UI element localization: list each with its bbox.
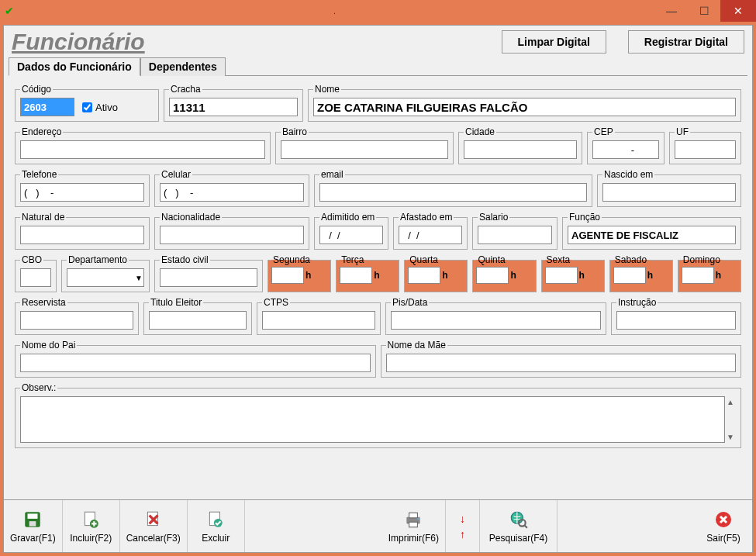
down-arrow-button[interactable]: ↓ — [455, 513, 471, 525]
natural-input[interactable] — [20, 226, 144, 244]
telefone-input[interactable] — [20, 183, 144, 202]
nome-input[interactable] — [313, 98, 736, 116]
print-icon — [402, 509, 424, 530]
toolbar: Gravar(F1) Incluir(F2) Cancelar(F3) Excl… — [4, 499, 752, 552]
exit-icon — [713, 509, 734, 530]
reservista-label: Reservista — [20, 297, 67, 308]
sexta-label: Sexta — [545, 254, 572, 265]
titlebar: ✔ . — ☐ ✕ — [0, 0, 756, 22]
gravar-button[interactable]: Gravar(F1) — [4, 500, 63, 552]
cep-label: CEP — [592, 126, 615, 137]
window-controls: — ☐ ✕ — [655, 0, 756, 22]
nacionalidade-input[interactable] — [160, 226, 304, 244]
sabado-input[interactable] — [613, 267, 646, 284]
form-area: Código Ativo Cracha Nome Endereço — [4, 76, 752, 499]
cancelar-button[interactable]: Cancelar(F3) — [120, 500, 188, 552]
registrar-digital-button[interactable]: Registrar Digital — [628, 30, 744, 54]
window-title: . — [14, 6, 655, 16]
nomepai-input[interactable] — [20, 354, 371, 372]
cbo-input[interactable] — [20, 268, 51, 287]
titulo-input[interactable] — [149, 311, 247, 330]
codigo-input[interactable] — [20, 98, 74, 116]
departamento-label: Departamento — [67, 254, 129, 265]
nascido-label: Nascido em — [602, 169, 654, 180]
observ-label: Observ.: — [20, 382, 57, 393]
quarta-input[interactable] — [408, 267, 440, 284]
quarta-label: Quarta — [408, 254, 440, 265]
app-icon: ✔ — [5, 5, 14, 17]
limpar-digital-button[interactable]: Limpar Digital — [502, 30, 606, 54]
textarea-scrollbar[interactable]: ▲▼ — [725, 396, 736, 443]
estadocivil-input[interactable] — [160, 268, 257, 287]
nav-arrows: ↓ ↑ — [446, 500, 480, 552]
bairro-input[interactable] — [281, 140, 448, 159]
nascido-input[interactable] — [602, 183, 736, 202]
domingo-label: Domingo — [682, 254, 722, 265]
maximize-button[interactable]: ☐ — [688, 0, 720, 22]
tab-dados[interactable]: Dados do Funcionário — [9, 57, 140, 76]
close-button[interactable]: ✕ — [720, 0, 756, 22]
observ-input[interactable] — [20, 396, 725, 443]
ativo-check[interactable] — [82, 102, 92, 112]
cracha-label: Cracha — [169, 84, 202, 95]
natural-label: Natural de — [20, 212, 66, 223]
cracha-input[interactable] — [169, 98, 298, 116]
quinta-input[interactable] — [476, 267, 509, 284]
funcao-label: Função — [568, 212, 602, 223]
scroll-down-icon[interactable]: ▼ — [727, 433, 734, 441]
funcao-input[interactable] — [568, 226, 736, 244]
pis-input[interactable] — [391, 311, 601, 330]
sexta-input[interactable] — [545, 267, 578, 284]
ativo-checkbox[interactable]: Ativo — [82, 102, 118, 113]
segunda-input[interactable] — [271, 267, 304, 284]
terca-input[interactable] — [340, 267, 372, 284]
pis-label: Pis/Data — [391, 297, 429, 308]
pesquisar-button[interactable]: Pesquisar(F4) — [480, 500, 558, 552]
reservista-input[interactable] — [20, 311, 133, 330]
admitido-input[interactable] — [319, 226, 383, 244]
uf-input[interactable] — [675, 140, 736, 159]
up-arrow-button[interactable]: ↑ — [455, 528, 471, 540]
scroll-up-icon[interactable]: ▲ — [727, 398, 734, 406]
svg-rect-2 — [29, 521, 36, 527]
codigo-label: Código — [20, 84, 53, 95]
estadocivil-label: Estado civil — [160, 254, 210, 265]
nomemae-input[interactable] — [386, 354, 737, 372]
sair-button[interactable]: Sair(F5) — [695, 500, 752, 552]
titulo-label: Titulo Eleitor — [149, 297, 203, 308]
instrucao-input[interactable] — [616, 311, 736, 330]
quinta-label: Quinta — [476, 254, 506, 265]
nome-label: Nome — [313, 84, 341, 95]
delete-icon — [205, 509, 226, 530]
cidade-label: Cidade — [464, 126, 496, 137]
ctps-label: CTPS — [262, 297, 290, 308]
imprimir-button[interactable]: Imprimir(F6) — [382, 500, 446, 552]
incluir-button[interactable]: Incluir(F2) — [63, 500, 120, 552]
svg-point-11 — [418, 518, 419, 520]
cidade-input[interactable] — [464, 140, 577, 159]
tab-dependentes[interactable]: Dependentes — [140, 57, 226, 76]
minimize-button[interactable]: — — [655, 0, 688, 22]
endereco-input[interactable] — [20, 140, 265, 159]
afastado-input[interactable] — [399, 226, 462, 244]
bairro-label: Bairro — [281, 126, 309, 137]
nomepai-label: Nome do Pai — [20, 340, 77, 351]
excluir-button[interactable]: Excluir — [188, 500, 245, 552]
cep-input[interactable] — [592, 140, 659, 159]
cbo-label: CBO — [20, 254, 43, 265]
salario-input[interactable] — [478, 226, 552, 244]
admitido-label: Adimitido em — [319, 212, 376, 223]
search-globe-icon — [508, 509, 530, 530]
segunda-label: Segunda — [271, 254, 312, 265]
nomemae-label: Nome da Mãe — [386, 340, 447, 351]
celular-input[interactable] — [160, 183, 304, 202]
domingo-input[interactable] — [682, 267, 714, 284]
afastado-label: Afastado em — [399, 212, 454, 223]
email-input[interactable] — [319, 183, 587, 202]
departamento-select[interactable]: ▼ — [67, 268, 144, 287]
ctps-input[interactable] — [262, 311, 375, 330]
page-title: Funcionário — [12, 29, 145, 55]
celular-label: Celular — [160, 169, 192, 180]
nacionalidade-label: Nacionalidade — [160, 212, 222, 223]
tabs: Dados do Funcionário Dependentes — [9, 57, 747, 76]
